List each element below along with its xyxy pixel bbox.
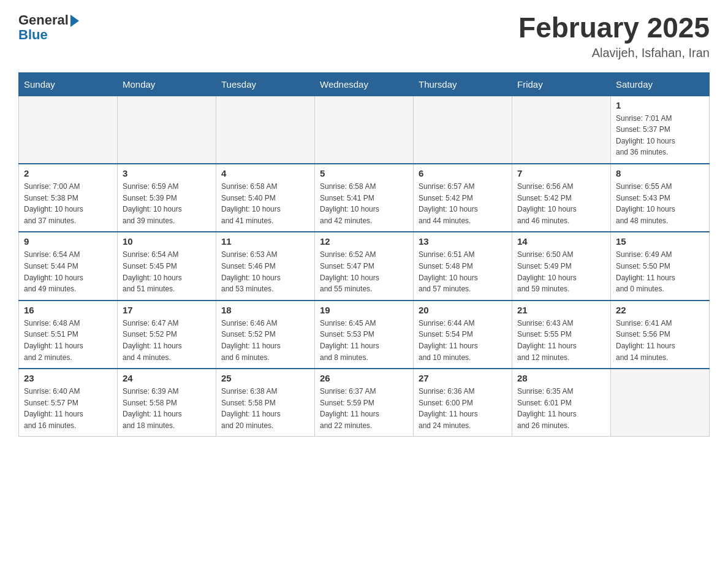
calendar-day-cell: 17Sunrise: 6:47 AM Sunset: 5:52 PM Dayli… [118, 301, 216, 369]
day-info: Sunrise: 6:38 AM Sunset: 5:58 PM Dayligh… [221, 386, 309, 431]
day-info: Sunrise: 6:56 AM Sunset: 5:42 PM Dayligh… [517, 181, 605, 226]
calendar-day-cell: 26Sunrise: 6:37 AM Sunset: 5:59 PM Dayli… [315, 369, 414, 437]
day-number: 1 [616, 100, 704, 110]
day-number: 14 [517, 236, 605, 247]
calendar-day-cell: 7Sunrise: 6:56 AM Sunset: 5:42 PM Daylig… [512, 164, 611, 232]
calendar-week-row: 1Sunrise: 7:01 AM Sunset: 5:37 PM Daylig… [19, 96, 710, 164]
day-of-week-header: Sunday [19, 72, 118, 96]
day-number: 6 [419, 168, 507, 178]
logo: General Blue [18, 12, 79, 43]
calendar-day-cell: 19Sunrise: 6:45 AM Sunset: 5:53 PM Dayli… [315, 301, 414, 369]
calendar-week-row: 16Sunrise: 6:48 AM Sunset: 5:51 PM Dayli… [19, 301, 710, 369]
calendar-day-cell: 11Sunrise: 6:53 AM Sunset: 5:46 PM Dayli… [216, 232, 315, 300]
day-info: Sunrise: 6:54 AM Sunset: 5:45 PM Dayligh… [123, 249, 211, 294]
day-number: 22 [616, 305, 704, 315]
day-info: Sunrise: 6:50 AM Sunset: 5:49 PM Dayligh… [517, 249, 605, 294]
calendar-day-cell: 23Sunrise: 6:40 AM Sunset: 5:57 PM Dayli… [19, 369, 118, 437]
day-info: Sunrise: 7:00 AM Sunset: 5:38 PM Dayligh… [24, 181, 112, 226]
day-of-week-header: Friday [512, 72, 611, 96]
day-info: Sunrise: 6:39 AM Sunset: 5:58 PM Dayligh… [123, 386, 211, 431]
day-number: 4 [221, 168, 309, 178]
day-number: 7 [517, 168, 605, 178]
day-info: Sunrise: 6:43 AM Sunset: 5:55 PM Dayligh… [517, 318, 605, 363]
day-info: Sunrise: 6:59 AM Sunset: 5:39 PM Dayligh… [123, 181, 211, 226]
day-number: 21 [517, 305, 605, 315]
day-number: 25 [221, 373, 309, 383]
day-info: Sunrise: 6:58 AM Sunset: 5:40 PM Dayligh… [221, 181, 309, 226]
calendar-day-cell: 25Sunrise: 6:38 AM Sunset: 5:58 PM Dayli… [216, 369, 315, 437]
day-number: 16 [24, 305, 112, 315]
day-info: Sunrise: 6:36 AM Sunset: 6:00 PM Dayligh… [419, 386, 507, 431]
calendar-day-cell: 15Sunrise: 6:49 AM Sunset: 5:50 PM Dayli… [611, 232, 710, 300]
calendar-day-cell: 28Sunrise: 6:35 AM Sunset: 6:01 PM Dayli… [512, 369, 611, 437]
calendar-day-cell: 20Sunrise: 6:44 AM Sunset: 5:54 PM Dayli… [414, 301, 512, 369]
day-info: Sunrise: 6:53 AM Sunset: 5:46 PM Dayligh… [221, 249, 309, 294]
calendar-day-cell: 27Sunrise: 6:36 AM Sunset: 6:00 PM Dayli… [414, 369, 512, 437]
calendar-day-cell [216, 96, 315, 164]
day-info: Sunrise: 6:44 AM Sunset: 5:54 PM Dayligh… [419, 318, 507, 363]
calendar-day-cell: 2Sunrise: 7:00 AM Sunset: 5:38 PM Daylig… [19, 164, 118, 232]
calendar-day-cell [118, 96, 216, 164]
calendar-day-cell: 3Sunrise: 6:59 AM Sunset: 5:39 PM Daylig… [118, 164, 216, 232]
calendar-day-cell [512, 96, 611, 164]
day-info: Sunrise: 6:52 AM Sunset: 5:47 PM Dayligh… [320, 249, 408, 294]
calendar-week-row: 2Sunrise: 7:00 AM Sunset: 5:38 PM Daylig… [19, 164, 710, 232]
logo-blue-text: Blue [18, 27, 48, 43]
day-info: Sunrise: 6:51 AM Sunset: 5:48 PM Dayligh… [419, 249, 507, 294]
day-number: 9 [24, 236, 112, 247]
calendar-day-cell [414, 96, 512, 164]
day-info: Sunrise: 6:40 AM Sunset: 5:57 PM Dayligh… [24, 386, 112, 431]
logo-arrow-icon [70, 15, 79, 27]
calendar-day-cell: 9Sunrise: 6:54 AM Sunset: 5:44 PM Daylig… [19, 232, 118, 300]
calendar-day-cell: 5Sunrise: 6:58 AM Sunset: 5:41 PM Daylig… [315, 164, 414, 232]
calendar-day-cell: 1Sunrise: 7:01 AM Sunset: 5:37 PM Daylig… [611, 96, 710, 164]
day-number: 19 [320, 305, 408, 315]
day-number: 26 [320, 373, 408, 383]
day-info: Sunrise: 6:49 AM Sunset: 5:50 PM Dayligh… [616, 249, 704, 294]
day-of-week-header: Monday [118, 72, 216, 96]
calendar-week-row: 23Sunrise: 6:40 AM Sunset: 5:57 PM Dayli… [19, 369, 710, 437]
day-number: 12 [320, 236, 408, 247]
day-number: 18 [221, 305, 309, 315]
day-info: Sunrise: 6:37 AM Sunset: 5:59 PM Dayligh… [320, 386, 408, 431]
day-of-week-header: Saturday [611, 72, 710, 96]
calendar-week-row: 9Sunrise: 6:54 AM Sunset: 5:44 PM Daylig… [19, 232, 710, 300]
day-info: Sunrise: 6:55 AM Sunset: 5:43 PM Dayligh… [616, 181, 704, 226]
day-number: 17 [123, 305, 211, 315]
day-info: Sunrise: 6:58 AM Sunset: 5:41 PM Dayligh… [320, 181, 408, 226]
day-number: 13 [419, 236, 507, 247]
logo-general-text: General [18, 12, 69, 28]
day-info: Sunrise: 7:01 AM Sunset: 5:37 PM Dayligh… [616, 113, 704, 158]
location-subtitle: Alavijeh, Isfahan, Iran [518, 46, 710, 60]
calendar-day-cell: 10Sunrise: 6:54 AM Sunset: 5:45 PM Dayli… [118, 232, 216, 300]
calendar-day-cell: 24Sunrise: 6:39 AM Sunset: 5:58 PM Dayli… [118, 369, 216, 437]
day-of-week-header: Wednesday [315, 72, 414, 96]
calendar-day-cell: 21Sunrise: 6:43 AM Sunset: 5:55 PM Dayli… [512, 301, 611, 369]
day-number: 28 [517, 373, 605, 383]
day-info: Sunrise: 6:35 AM Sunset: 6:01 PM Dayligh… [517, 386, 605, 431]
calendar-day-cell: 8Sunrise: 6:55 AM Sunset: 5:43 PM Daylig… [611, 164, 710, 232]
day-number: 27 [419, 373, 507, 383]
day-number: 3 [123, 168, 211, 178]
day-info: Sunrise: 6:45 AM Sunset: 5:53 PM Dayligh… [320, 318, 408, 363]
calendar-day-cell: 6Sunrise: 6:57 AM Sunset: 5:42 PM Daylig… [414, 164, 512, 232]
day-number: 15 [616, 236, 704, 247]
day-number: 10 [123, 236, 211, 247]
calendar-day-cell [19, 96, 118, 164]
day-info: Sunrise: 6:48 AM Sunset: 5:51 PM Dayligh… [24, 318, 112, 363]
day-number: 5 [320, 168, 408, 178]
calendar-day-cell: 12Sunrise: 6:52 AM Sunset: 5:47 PM Dayli… [315, 232, 414, 300]
day-number: 8 [616, 168, 704, 178]
day-number: 2 [24, 168, 112, 178]
calendar-day-cell: 4Sunrise: 6:58 AM Sunset: 5:40 PM Daylig… [216, 164, 315, 232]
day-info: Sunrise: 6:57 AM Sunset: 5:42 PM Dayligh… [419, 181, 507, 226]
day-of-week-header: Tuesday [216, 72, 315, 96]
calendar-day-cell: 13Sunrise: 6:51 AM Sunset: 5:48 PM Dayli… [414, 232, 512, 300]
day-of-week-header: Thursday [414, 72, 512, 96]
day-number: 11 [221, 236, 309, 247]
calendar-day-cell [611, 369, 710, 437]
day-info: Sunrise: 6:47 AM Sunset: 5:52 PM Dayligh… [123, 318, 211, 363]
title-block: February 2025 Alavijeh, Isfahan, Iran [518, 12, 710, 60]
day-number: 23 [24, 373, 112, 383]
day-number: 24 [123, 373, 211, 383]
